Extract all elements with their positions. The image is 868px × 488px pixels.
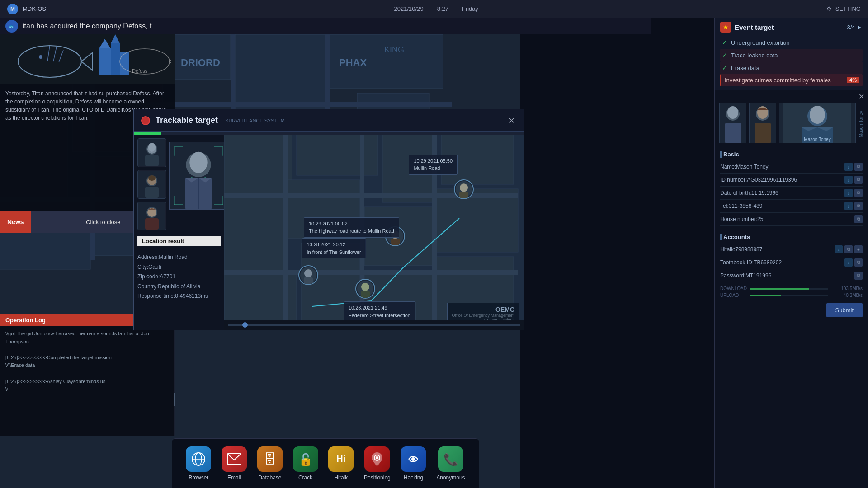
log-scrollbar[interactable] — [174, 328, 175, 436]
svg-rect-80 — [297, 135, 378, 175]
toothbook-copy-btn[interactable]: ⧉ — [854, 258, 863, 267]
svg-point-24 — [39, 55, 42, 59]
dob-download-btn[interactable]: ↓ — [844, 189, 853, 197]
modal-title: Trackable target — [156, 116, 218, 125]
id-copy-btn[interactable]: ⧉ — [854, 176, 863, 184]
taskbar-item-hitalk[interactable]: Hi Hitalk — [328, 446, 354, 481]
news-image: Defoss — [0, 34, 175, 84]
svg-text:🔓: 🔓 — [298, 452, 313, 466]
svg-rect-29 — [111, 43, 120, 75]
news-label: News — [0, 211, 31, 233]
svg-line-25 — [47, 46, 50, 61]
database-label: Database — [258, 474, 281, 481]
svg-point-97 — [304, 269, 312, 277]
svg-rect-79 — [224, 135, 292, 193]
svg-point-50 — [148, 143, 156, 152]
app-title: MDK-OS — [23, 5, 46, 12]
password-action-btn[interactable]: ⧉ — [854, 272, 863, 280]
tel-download-btn[interactable]: ↓ — [844, 202, 853, 210]
log-entry-5: \\ — [5, 385, 170, 394]
portrait-item-1[interactable] — [137, 138, 166, 167]
name-copy-btn[interactable]: ⧉ — [854, 163, 863, 171]
house-action-btn[interactable]: ⧉ — [854, 215, 863, 223]
toothbook-download-btn[interactable]: ↓ — [844, 258, 853, 267]
timeline-bar[interactable] — [224, 320, 524, 330]
location-result-label: Location result — [137, 236, 221, 246]
svg-point-118 — [810, 106, 825, 124]
person-name-vertical: Mason Toney — [859, 111, 863, 137]
hitalk-copy-btn[interactable]: ⧉ — [844, 245, 853, 253]
event-header: ★ Event target 3/4 ► — [720, 22, 863, 33]
taskbar-item-crack[interactable]: 🔓 Crack — [293, 446, 318, 481]
svg-point-43 — [376, 456, 378, 459]
log-entry-4: [8:25]>>>>>>>>>>Ashley Claysonreminds us — [5, 378, 170, 386]
close-person-button[interactable]: ✕ — [855, 90, 868, 103]
svg-rect-30 — [120, 52, 129, 75]
taskbar-item-email[interactable]: Email — [222, 446, 247, 481]
topbar: M MDK-OS 2021/10/29 8:27 Friday ⚙ SETTIN… — [0, 0, 868, 18]
taskbar-item-database[interactable]: 🗄 Database — [257, 446, 283, 481]
event-target-panel: ★ Event target 3/4 ► ✓ Underground extor… — [715, 18, 868, 90]
portrait-large[interactable] — [169, 142, 228, 210]
portrait-item-2[interactable] — [137, 170, 166, 199]
settings-label: SETTING — [835, 5, 861, 12]
modal-header: Trackable target SURVEILLANCE SYSTEM ✕ — [134, 109, 524, 132]
submit-button[interactable]: Submit — [826, 303, 863, 317]
modal-close-button[interactable]: ✕ — [506, 115, 517, 126]
info-password: Password:MT191996 ⧉ — [720, 269, 863, 282]
portrait-item-3[interactable] — [137, 202, 166, 230]
event-item-investigate[interactable]: Investigate crimes committed by females … — [720, 74, 863, 86]
browser-label: Browser — [189, 474, 208, 481]
svg-marker-34 — [170, 53, 171, 70]
upload-label: UPLOAD — [720, 293, 747, 298]
person-thumb-1[interactable] — [719, 103, 746, 143]
svg-rect-94 — [224, 193, 518, 198]
download-fill — [750, 288, 809, 290]
marker-tooltip-1: 10.28.2021 20:12 In front of The Sunflow… — [302, 238, 366, 258]
check-icon-erase: ✓ — [722, 64, 727, 71]
svg-rect-28 — [99, 48, 111, 75]
dob-copy-btn[interactable]: ⧉ — [854, 189, 863, 197]
location-city: City:Gauti — [137, 263, 221, 272]
event-item-trace[interactable]: ✓ Trace leaked data — [720, 49, 863, 61]
info-id-value: ID number:AG03219961119396 — [720, 177, 797, 183]
svg-rect-58 — [145, 218, 159, 230]
email-label: Email — [227, 474, 241, 481]
svg-text:📞: 📞 — [443, 452, 458, 466]
name-download-btn[interactable]: ↓ — [844, 163, 853, 171]
timeline-thumb[interactable] — [242, 322, 248, 328]
app-icon: M — [7, 4, 18, 14]
trackable-modal: Trackable target SURVEILLANCE SYSTEM ✕ — [133, 109, 524, 330]
taskbar-item-anonymous[interactable]: 📞 Anonymous — [436, 446, 465, 481]
star-icon: ★ — [720, 22, 731, 33]
hitalk-action3-btn[interactable]: + — [854, 245, 863, 253]
svg-rect-48 — [145, 155, 159, 166]
person-thumb-2[interactable] — [749, 103, 776, 143]
event-label-erase: Erase data — [731, 65, 760, 71]
info-tel-actions: ↓ ⧉ — [844, 202, 863, 210]
svg-rect-86 — [437, 189, 518, 252]
anonymous-icon: 📞 — [438, 446, 463, 472]
tel-copy-btn[interactable]: ⧉ — [854, 202, 863, 210]
info-password-actions: ⧉ — [854, 272, 863, 280]
taskbar-item-positioning[interactable]: Positioning — [364, 446, 391, 481]
hitalk-download-btn[interactable]: ↓ — [835, 245, 843, 253]
database-icon: 🗄 — [257, 446, 283, 472]
marker-tooltip-3: 10.29.2021 00:02 The highway road route … — [304, 217, 399, 238]
hacking-icon — [401, 446, 426, 472]
event-count[interactable]: 3/4 ► — [847, 24, 863, 31]
svg-text:PHAX: PHAX — [339, 57, 367, 68]
log-scroll-thumb[interactable] — [174, 393, 175, 406]
main-area: DRIORD PHAX KING — [0, 34, 520, 488]
svg-text:KING: KING — [384, 45, 404, 54]
taskbar-item-hacking[interactable]: Hacking — [401, 446, 426, 481]
person-thumb-main[interactable]: Mason Toney — [779, 103, 856, 143]
id-download-btn[interactable]: ↓ — [844, 176, 853, 184]
timeline-track[interactable] — [228, 324, 520, 326]
event-title: Event target — [735, 23, 774, 31]
event-item-erase[interactable]: ✓ Erase data — [720, 61, 863, 74]
info-hitalk: Hitalk:798988987 ↓ ⧉ + — [720, 243, 863, 256]
event-item-underground[interactable]: ✓ Underground extortion — [720, 36, 863, 49]
taskbar-item-browser[interactable]: Browser — [186, 446, 211, 481]
info-toothbook-actions: ↓ ⧉ — [844, 258, 863, 267]
